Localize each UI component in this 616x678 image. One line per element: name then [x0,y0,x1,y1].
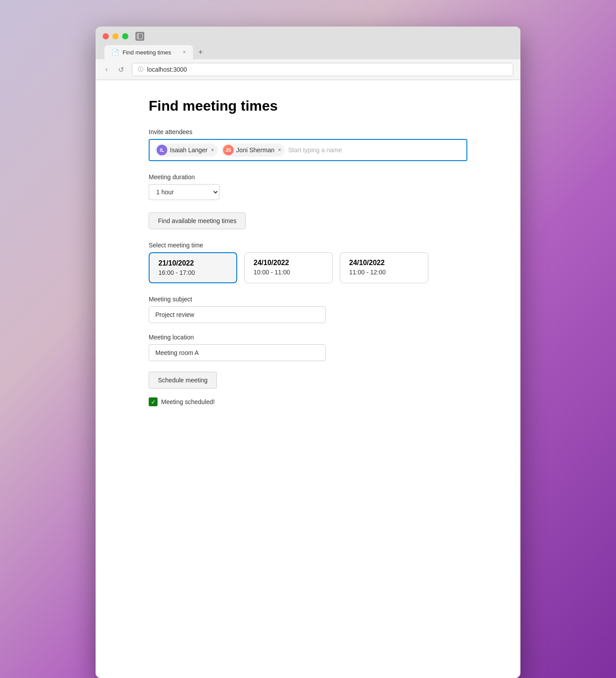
find-times-button[interactable]: Find available meeting times [149,212,246,229]
page-content: Find meeting times Invite attendees IL I… [96,80,520,678]
success-message: ✓ Meeting scheduled! [149,397,467,406]
slot-date-0: 21/10/2022 [158,259,227,267]
schedule-button[interactable]: Schedule meeting [149,372,217,389]
attendee-name-isaiah: Isaiah Langer [170,146,208,154]
remove-isaiah-button[interactable]: × [211,147,214,153]
location-label: Meeting location [149,334,467,341]
browser-window: 📄 Find meeting times × + ‹ ↺ ⓘ localhost… [96,27,520,678]
attendee-placeholder[interactable]: Start typing a name [288,146,461,154]
location-input[interactable] [149,344,326,361]
duration-label: Meeting duration [149,173,467,181]
select-time-label: Select meeting time [149,242,467,249]
title-bar: 📄 Find meeting times × + [96,27,520,59]
slot-time-1: 10:00 - 11:00 [254,269,323,276]
reload-button[interactable]: ↺ [116,65,127,75]
address-text: localhost:3000 [147,66,187,73]
tab-bar: 📄 Find meeting times × + [103,45,513,59]
address-bar-row: ‹ ↺ ⓘ localhost:3000 [96,59,520,80]
meeting-times-section: Select meeting time 21/10/2022 16:00 - 1… [149,242,467,283]
page-title: Find meeting times [149,98,467,114]
remove-joni-button[interactable]: × [278,147,281,153]
duration-select[interactable]: 30 minutes 1 hour 1.5 hours 2 hours [149,184,219,200]
time-slot-2[interactable]: 24/10/2022 11:00 - 12:00 [340,252,428,283]
time-slot-0[interactable]: 21/10/2022 16:00 - 17:00 [149,252,237,283]
subject-input[interactable] [149,306,326,323]
traffic-lights [103,33,128,39]
new-tab-button[interactable]: + [195,46,207,59]
tab-title: Find meeting times [123,49,171,56]
tab-document-icon: 📄 [112,49,119,56]
location-section: Meeting location [149,334,467,361]
invite-label: Invite attendees [149,128,467,135]
subject-label: Meeting subject [149,296,467,303]
address-field[interactable]: ⓘ localhost:3000 [132,63,513,76]
close-traffic-light[interactable] [103,33,109,39]
time-slot-1[interactable]: 24/10/2022 10:00 - 11:00 [244,252,333,283]
duration-section: Meeting duration 30 minutes 1 hour 1.5 h… [149,173,467,200]
attendee-name-joni: Joni Sherman [236,146,274,154]
svg-rect-1 [137,34,139,39]
subject-section: Meeting subject [149,296,467,323]
success-check-icon: ✓ [149,397,158,406]
attendee-chip-joni: JS Joni Sherman × [221,143,285,157]
slot-date-2: 24/10/2022 [349,259,419,267]
avatar-isaiah: IL [157,145,167,155]
tab-close-button[interactable]: × [183,49,186,55]
avatar-joni: JS [223,145,234,155]
slot-time-0: 16:00 - 17:00 [158,269,227,276]
attendees-input[interactable]: IL Isaiah Langer × JS Joni Sherman × Sta… [149,139,467,161]
info-icon: ⓘ [138,65,143,73]
success-text: Meeting scheduled! [161,398,215,405]
window-icon [135,32,144,41]
maximize-traffic-light[interactable] [122,33,128,39]
minimize-traffic-light[interactable] [112,33,119,39]
time-slots: 21/10/2022 16:00 - 17:00 24/10/2022 10:0… [149,252,467,283]
attendee-chip-isaiah: IL Isaiah Langer × [155,143,218,157]
back-button[interactable]: ‹ [103,65,110,74]
active-tab[interactable]: 📄 Find meeting times × [104,45,193,59]
slot-date-1: 24/10/2022 [254,259,323,267]
slot-time-2: 11:00 - 12:00 [349,269,419,276]
